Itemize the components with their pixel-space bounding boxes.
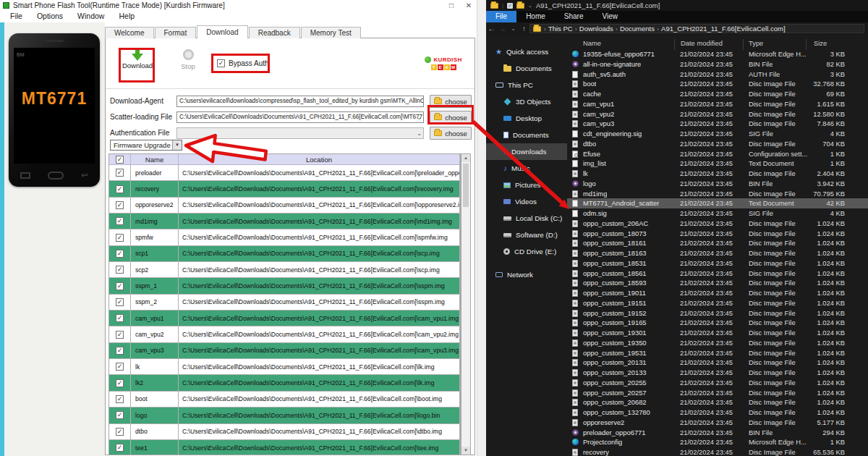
file-row[interactable]: Efuse21/02/2024 23:45Configuration sett.… xyxy=(567,149,868,159)
file-row[interactable]: logo21/02/2024 23:45BIN File3.942 KB xyxy=(567,179,868,189)
table-row[interactable]: ✓md1imgC:\Users\EvilicaCell\Downloads\Do… xyxy=(109,214,460,229)
close-button[interactable]: ✕ xyxy=(464,1,474,9)
file-row[interactable]: img_list21/02/2024 23:45Text Document1 K… xyxy=(567,159,868,169)
download-agent-input[interactable]: C:\users\evilicacell\downloads\compresse… xyxy=(176,96,424,107)
choose-button-authentication-file[interactable]: choose xyxy=(430,127,472,140)
scroll-down-icon[interactable]: ▼ xyxy=(461,447,470,455)
tab-readback[interactable]: Readback xyxy=(249,27,300,38)
table-row[interactable]: ✓cam_vpu3C:\Users\EvilicaCell\Downloads\… xyxy=(109,343,460,359)
file-row[interactable]: oppo_custom_1807321/02/2024 23:45Disc Im… xyxy=(567,229,868,239)
file-row[interactable]: cam_vpu321/02/2024 23:45Disc Image File7… xyxy=(567,119,868,129)
table-row[interactable]: ✓bootC:\Users\EvilicaCell\Downloads\Docu… xyxy=(109,392,460,408)
file-row[interactable]: oppo_custom_2013321/02/2024 23:45Disc Im… xyxy=(567,368,868,378)
file-row[interactable]: oppo_custom_1930121/02/2024 23:45Disc Im… xyxy=(567,328,868,338)
row-checkbox[interactable]: ✓ xyxy=(116,428,124,436)
file-row[interactable]: odm.sig21/02/2024 23:45SIG File4 KB xyxy=(567,208,868,219)
file-row[interactable]: oppo_custom_1859321/02/2024 23:45Disc Im… xyxy=(567,278,868,288)
location-column-header[interactable]: Location xyxy=(179,154,460,164)
file-row[interactable]: opporeserve221/02/2024 23:45Disc Image F… xyxy=(567,418,868,428)
scrollbar-thumb[interactable] xyxy=(463,164,469,207)
file-row[interactable]: cam_vpu221/02/2024 23:45Disc Image File1… xyxy=(567,109,868,119)
choose-button-download-agent[interactable]: choose xyxy=(430,95,472,108)
row-checkbox[interactable]: ✓ xyxy=(116,250,124,258)
sidebar-item-software-d[interactable]: Software (D:) xyxy=(486,227,567,243)
file-row[interactable]: MT6771_Android_scatter21/02/2024 23:45Te… xyxy=(567,198,868,208)
history-chevron-icon[interactable]: ⌄ xyxy=(508,25,519,32)
choose-button-scatter-loading-file[interactable]: choose xyxy=(430,111,472,124)
ribbon-tab-file[interactable]: File xyxy=(486,11,516,22)
table-row[interactable]: ✓logoC:\Users\EvilicaCell\Downloads\Docu… xyxy=(109,408,460,423)
qat-new-folder-icon[interactable] xyxy=(516,3,524,9)
file-row[interactable]: oppo_custom_1856121/02/2024 23:45Disc Im… xyxy=(567,269,868,279)
file-row[interactable]: oppo_custom_13278021/02/2024 23:45Disc I… xyxy=(567,408,868,418)
row-checkbox[interactable]: ✓ xyxy=(116,217,124,225)
breadcrumb-segment[interactable]: A91_CPH2021_11_F.66[EvilicaCell.com] xyxy=(660,25,786,33)
download-button[interactable]: Download xyxy=(122,46,153,78)
table-row[interactable]: ✓sspm_2C:\Users\EvilicaCell\Downloads\Do… xyxy=(109,295,460,311)
tab-welcome[interactable]: Welcome xyxy=(105,27,154,38)
row-checkbox[interactable]: ✓ xyxy=(116,411,124,419)
file-row[interactable]: Projectconfig21/02/2024 23:45Microsoft E… xyxy=(567,437,868,447)
file-row[interactable]: recovery21/02/2024 23:45Disc Image File6… xyxy=(567,447,868,456)
table-row[interactable]: ✓cam_vpu1C:\Users\EvilicaCell\Downloads\… xyxy=(109,311,460,326)
row-checkbox[interactable]: ✓ xyxy=(116,169,124,177)
row-checkbox[interactable]: ✓ xyxy=(116,234,124,242)
row-checkbox[interactable]: ✓ xyxy=(116,444,124,452)
breadcrumb-segment[interactable]: Documents xyxy=(619,25,655,33)
file-row[interactable]: oppo_custom_1935021/02/2024 23:45Disc Im… xyxy=(567,338,868,348)
row-checkbox[interactable]: ✓ xyxy=(116,298,124,306)
row-checkbox[interactable]: ✓ xyxy=(116,282,124,290)
column-date-modified[interactable]: Date modified xyxy=(674,39,723,47)
tab-memory-test[interactable]: Memory Test xyxy=(301,27,361,38)
row-checkbox[interactable]: ✓ xyxy=(116,379,124,387)
sidebar-item-documents[interactable]: Documents xyxy=(486,60,567,77)
table-row[interactable]: ✓cam_vpu2C:\Users\EvilicaCell\Downloads\… xyxy=(109,326,460,342)
file-row[interactable]: oppo_custom_1916521/02/2024 23:45Disc Im… xyxy=(567,318,868,328)
file-row[interactable]: preloader_oppo677121/02/2024 23:45BIN Fi… xyxy=(567,428,868,438)
sidebar-item-quick-access[interactable]: ★Quick access xyxy=(486,43,567,60)
up-icon[interactable]: ↑ xyxy=(519,25,529,33)
table-row[interactable]: ✓recoveryC:\Users\EvilicaCell\Downloads\… xyxy=(109,181,460,197)
column-type[interactable]: Type xyxy=(749,39,763,47)
row-checkbox[interactable]: ✓ xyxy=(116,314,124,322)
qat-chevron-down-icon[interactable]: ⌄ xyxy=(528,3,532,9)
sidebar-item-desktop[interactable]: Desktop xyxy=(486,110,567,127)
file-row[interactable]: cam_vpu121/02/2024 23:45Disc Image File1… xyxy=(567,99,868,109)
authentication-file-input[interactable]: ⌄ xyxy=(176,127,424,139)
table-row[interactable]: ✓opporeserve2C:\Users\EvilicaCell\Downlo… xyxy=(109,198,460,214)
file-row[interactable]: cdt_engineering.sig21/02/2024 23:45SIG F… xyxy=(567,129,868,139)
file-row[interactable]: auth_sv5.auth21/02/2024 23:45AUTH File3 … xyxy=(567,69,868,80)
menu-item-window[interactable]: Window xyxy=(70,11,111,22)
forward-icon[interactable]: → xyxy=(497,25,508,33)
row-checkbox[interactable]: ✓ xyxy=(116,395,124,403)
file-row[interactable]: oppo_custom_1953121/02/2024 23:45Disc Im… xyxy=(567,348,868,358)
sidebar-item-local-disk-c[interactable]: Local Disk (C:) xyxy=(486,210,567,227)
table-row[interactable]: ✓lkC:\Users\EvilicaCell\Downloads\Docume… xyxy=(109,359,460,375)
table-row[interactable]: ✓tee1C:\Users\EvilicaCell\Downloads\Docu… xyxy=(109,440,460,455)
file-row[interactable]: oppo_custom_1816121/02/2024 23:45Disc Im… xyxy=(567,238,868,248)
maximize-button[interactable]: □ xyxy=(446,1,456,9)
sidebar-item-3d-objects[interactable]: 3D Objects xyxy=(486,93,567,110)
row-checkbox[interactable]: ✓ xyxy=(116,185,124,193)
row-checkbox[interactable]: ✓ xyxy=(116,201,124,209)
file-row[interactable]: 19355-efuse_oppo677121/02/2024 23:45Micr… xyxy=(567,49,868,59)
row-checkbox[interactable]: ✓ xyxy=(116,266,124,274)
file-row[interactable]: oppo_custom_1816321/02/2024 23:45Disc Im… xyxy=(567,248,868,258)
sidebar-item-this-pc[interactable]: This PC xyxy=(486,77,567,93)
table-row[interactable]: ✓preloaderC:\Users\EvilicaCell\Downloads… xyxy=(109,165,460,181)
file-row[interactable]: oppo_custom_1901121/02/2024 23:45Disc Im… xyxy=(567,288,868,298)
file-row[interactable]: lk21/02/2024 23:45Disc Image File2.404 K… xyxy=(567,169,868,179)
stop-button[interactable]: Stop xyxy=(175,48,201,78)
file-row[interactable]: oppo_custom_206AC21/02/2024 23:45Disc Im… xyxy=(567,219,868,229)
table-row[interactable]: ✓spmfwC:\Users\EvilicaCell\Downloads\Doc… xyxy=(109,229,460,245)
sidebar-item-downloads[interactable]: ↓Downloads xyxy=(486,143,567,160)
file-row[interactable]: oppo_custom_2025521/02/2024 23:45Disc Im… xyxy=(567,378,868,388)
table-row[interactable]: ✓scp2C:\Users\EvilicaCell\Downloads\Docu… xyxy=(109,262,460,278)
table-row[interactable]: ✓lk2C:\Users\EvilicaCell\Downloads\Docum… xyxy=(109,375,460,391)
table-row[interactable]: ✓sspm_1C:\Users\EvilicaCell\Downloads\Do… xyxy=(109,278,460,294)
menu-item-options[interactable]: Options xyxy=(30,11,70,22)
tab-format[interactable]: Format xyxy=(155,27,197,38)
name-column-header[interactable]: Name xyxy=(131,154,179,164)
sidebar-item-documents[interactable]: Documents xyxy=(486,127,567,143)
breadcrumb[interactable]: › This PC › Downloads › Documents › A91_… xyxy=(529,24,864,33)
